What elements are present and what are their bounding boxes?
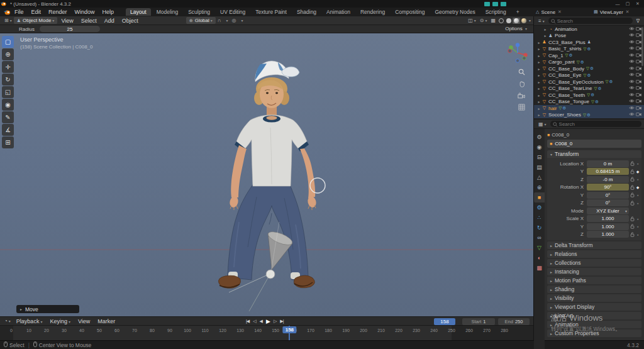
keyframe-decorator[interactable]: ● (635, 177, 640, 181)
play-button[interactable]: ▶ (264, 318, 272, 324)
outliner-row[interactable]: ▸▽CC_Base_Eye▽⚙ (534, 72, 644, 79)
outliner-row[interactable]: ▸▽hair▽⚙ (534, 105, 644, 112)
gizmo-z-axis[interactable] (516, 43, 519, 47)
outliner-row[interactable]: ▸♟Pose (534, 33, 644, 40)
properties-tab-scene[interactable]: △ (534, 172, 545, 182)
menu-file[interactable]: File (11, 9, 28, 15)
number-field[interactable]: 1.000 (587, 215, 629, 222)
tool-select-box[interactable]: ▢ (2, 36, 14, 48)
mode-selector[interactable]: ♟ Object Mode ▾ (14, 17, 58, 24)
workspace-tab-texture-paint[interactable]: Texture Paint (251, 8, 291, 16)
keyframe-decorator[interactable]: ● (635, 217, 640, 221)
section-custom-properties[interactable]: ▸Custom Properties (547, 330, 641, 337)
viewport-menu-select[interactable]: Select (77, 18, 101, 24)
navigation-gizmo[interactable] (507, 42, 528, 64)
properties-tab-constraints[interactable]: ∞ (534, 233, 545, 243)
keyframe-decorator[interactable]: ● (635, 193, 640, 197)
expand-icon[interactable]: ▸ (536, 53, 541, 58)
lock-icon[interactable] (630, 161, 635, 166)
properties-tab-view-layer[interactable]: ▤ (534, 162, 545, 172)
lock-icon[interactable] (630, 177, 635, 182)
outliner-row[interactable]: ▸▽CC_Base_Teeth▽⚙ (534, 92, 644, 99)
properties-tab-world[interactable]: ⊕ (534, 182, 545, 192)
shading-solid-icon[interactable] (505, 18, 513, 24)
properties-editor-icon[interactable]: ▦▾ (536, 121, 548, 127)
tool-add-cube[interactable]: ⊞ (2, 136, 14, 148)
keyframe-decorator[interactable]: ● (635, 233, 640, 236)
timeline-menu-view[interactable]: View (74, 318, 94, 324)
jump-to-start-button[interactable]: |◀ (244, 319, 251, 324)
zoom-icon[interactable] (518, 69, 525, 75)
visibility-eye-icon[interactable] (629, 26, 635, 31)
outliner-row[interactable]: ▸▽Cargo_pant▽⚙ (534, 59, 644, 66)
gizmo-x-neg[interactable] (508, 49, 512, 53)
expand-icon[interactable]: ▸ (536, 73, 541, 77)
render-camera-icon[interactable] (636, 66, 641, 70)
play-reverse-button[interactable]: ◀ (258, 319, 264, 324)
outliner-row[interactable]: ▸▽CC_Base_Tongue▽⚙ (534, 99, 644, 106)
properties-search[interactable] (550, 121, 641, 128)
object-name-field[interactable]: ■ C008_0 (547, 140, 641, 148)
workspace-tab-rendering[interactable]: Rendering (356, 8, 389, 16)
viewport-3d-scene[interactable] (0, 33, 533, 316)
tool-rotate[interactable]: ↻ (2, 74, 14, 86)
render-camera-icon[interactable] (636, 86, 641, 90)
properties-tab-material[interactable]: ◐ (534, 253, 545, 263)
workspace-tab-scripting[interactable]: Scripting (481, 8, 511, 16)
visibility-eye-icon[interactable] (629, 72, 635, 77)
number-field[interactable]: 0.68415 m (587, 168, 629, 175)
lock-icon[interactable] (630, 185, 635, 190)
add-workspace-button[interactable]: + (512, 8, 524, 16)
mode-dropdown[interactable]: XYZ Euler▾ (587, 208, 629, 214)
current-frame-field[interactable]: 158 (434, 318, 455, 325)
properties-tab-modifiers[interactable]: ⚙ (534, 202, 545, 213)
menu-render[interactable]: Render (45, 9, 71, 15)
breadcrumb[interactable]: ■ C008_0 (547, 131, 641, 138)
visibility-eye-icon[interactable] (629, 53, 635, 57)
lock-icon[interactable] (630, 201, 635, 206)
workspace-tab-uv-editing[interactable]: UV Editing (216, 8, 250, 16)
section-shading[interactable]: ▸Shading (547, 285, 641, 293)
transform-orientation-selector[interactable]: ⊕ Global ▾ (186, 17, 216, 24)
render-camera-icon[interactable] (636, 92, 641, 97)
pan-hand-icon[interactable] (518, 80, 525, 87)
outliner-scrollbar[interactable] (641, 27, 643, 66)
visibility-eye-icon[interactable] (629, 33, 635, 37)
render-camera-icon[interactable] (636, 33, 641, 37)
visibility-eye-icon[interactable] (629, 92, 635, 97)
camera-view-icon[interactable] (518, 92, 525, 99)
expand-icon[interactable]: ▸ (536, 93, 541, 97)
shading-dropdown[interactable]: ▾ (529, 18, 531, 23)
properties-tab-render[interactable]: ◉ (534, 142, 545, 152)
tool-cursor[interactable]: ⊕ (2, 48, 14, 60)
expand-icon[interactable]: ▸ (536, 40, 541, 45)
shading-rendered-icon[interactable] (520, 18, 528, 24)
number-field[interactable]: 1.000 (587, 231, 629, 238)
render-camera-icon[interactable] (636, 59, 641, 64)
render-camera-icon[interactable] (636, 79, 641, 84)
outliner-row[interactable]: ▸▽CC_Base_Body▽⚙ (534, 65, 644, 72)
tool-scale[interactable]: ◱ (2, 86, 14, 98)
lock-icon[interactable] (630, 232, 635, 237)
section-motion-paths[interactable]: ▸Motion Paths (547, 277, 641, 284)
frame-end-field[interactable]: End250 (498, 318, 530, 325)
section-collections[interactable]: ▸Collections (547, 259, 641, 267)
menu-help[interactable]: Help (99, 9, 118, 15)
expand-icon[interactable]: ▸ (543, 27, 548, 31)
outliner-filter-icon[interactable]: ∇ (635, 18, 641, 24)
show-overlays-icon[interactable]: ⊙▾ (478, 18, 489, 23)
workspace-tab-modeling[interactable]: Modeling (152, 8, 183, 16)
scene-selector[interactable]: △ Scene ✕ (536, 9, 562, 15)
number-field[interactable]: -0 m (587, 176, 629, 183)
section-visibility[interactable]: ▸Visibility (547, 294, 641, 302)
properties-tab-object[interactable]: ■ (534, 192, 545, 202)
snap-magnet-icon[interactable]: ∩ (216, 18, 223, 23)
workspace-tab-shading[interactable]: Shading (292, 8, 321, 16)
tool-move[interactable]: ✛ (2, 61, 14, 73)
visibility-eye-icon[interactable] (629, 106, 635, 110)
unlink-scene-icon[interactable]: ✕ (558, 9, 562, 14)
sphere-object[interactable] (266, 270, 275, 279)
tool-annotate[interactable]: ✎ (2, 111, 14, 123)
snap-settings-dropdown[interactable]: ▾ (223, 18, 230, 23)
options-button[interactable]: Options ▾ (505, 26, 527, 31)
